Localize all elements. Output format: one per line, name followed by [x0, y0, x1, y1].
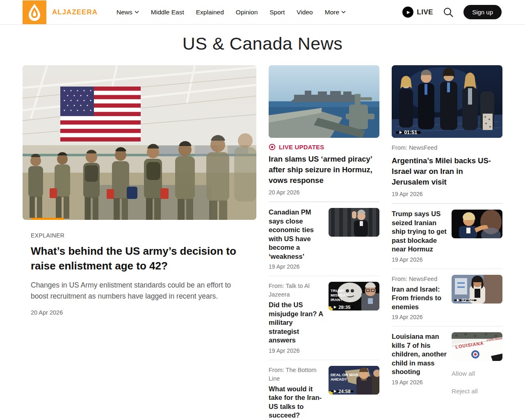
- lead-from-label: From: NewsFeed: [392, 144, 502, 152]
- live-updates-image[interactable]: [269, 65, 379, 138]
- news-item-canadian-pm: Canadian PM says close economic ties wit…: [269, 202, 379, 276]
- item-date: 19 Apr 2026: [392, 314, 447, 320]
- live-updates-badge: LIVE UPDATES: [269, 144, 379, 151]
- milei-title[interactable]: Argentina’s Milei backs US-Israel war on…: [392, 155, 502, 187]
- video-duration-badge: ▶01:51: [396, 131, 421, 134]
- news-item-louisiana: Louisiana man kills 7 of his children, a…: [392, 326, 502, 401]
- featured-kicker: EXPLAINER: [31, 232, 248, 239]
- item-title[interactable]: Did the US misjudge Iran? A military str…: [269, 301, 324, 345]
- chevron-down-icon: [135, 11, 139, 14]
- signup-button[interactable]: Sign up: [463, 5, 502, 19]
- live-updates-article: LIVE UPDATES Iran slams US ‘armed piracy…: [269, 65, 379, 202]
- item-title[interactable]: Iran and Israel: From friends to enemies: [392, 285, 447, 312]
- cookie-consent-links: Allow all Reject all: [452, 370, 502, 395]
- featured-date: 20 Apr 2026: [31, 309, 248, 316]
- live-updates-title[interactable]: Iran slams US ‘armed piracy’ after ship …: [269, 154, 379, 186]
- featured-excerpt: Changes in US Army enlistment standards …: [31, 280, 244, 302]
- featured-article-image[interactable]: [23, 65, 256, 220]
- item-date: 19 Apr 2026: [269, 347, 324, 354]
- milei-video-image[interactable]: ▶01:51: [392, 65, 502, 138]
- featured-title[interactable]: What’s behind the US army’s decision to …: [31, 244, 248, 273]
- aljazeera-logo[interactable]: ALJAZEERA: [23, 0, 98, 24]
- reject-all-link[interactable]: Reject all: [452, 388, 502, 395]
- search-button[interactable]: [441, 7, 455, 18]
- item-video-thumbnail[interactable]: TRUMP MISREAD IRAN? ▶28:35: [329, 282, 379, 310]
- aljazeera-us-canada-page: ALJAZEERA News Middle East Explained Opi…: [0, 0, 525, 420]
- item-date: 19 Apr 2026: [392, 379, 447, 386]
- item-video-thumbnail[interactable]: DEAL OR WAR AHEAD? ▶24:58: [329, 366, 379, 395]
- allow-all-link[interactable]: Allow all: [452, 370, 502, 377]
- news-item-trump-ship: Trump says US seized Iranian ship trying…: [392, 203, 502, 269]
- brand-wordmark: ALJAZEERA: [52, 8, 98, 16]
- video-duration-badge: ▶24:58: [331, 390, 354, 392]
- item-date: 19 Apr 2026: [392, 256, 447, 263]
- video-duration-badge: ▶28:35: [331, 306, 354, 308]
- live-label: LIVE: [417, 8, 433, 16]
- item-thumbnail[interactable]: [452, 210, 502, 238]
- item-from-label: From: NewsFeed: [392, 275, 447, 283]
- articles-grid: EXPLAINER What’s behind the US army’s de…: [23, 65, 502, 420]
- item-from-label: From: The Bottom Line: [269, 366, 324, 383]
- milei-article: ▶01:51 From: NewsFeed Argentina’s Milei …: [392, 65, 502, 203]
- column-middle: LIVE UPDATES Iran slams US ‘armed piracy…: [269, 65, 379, 420]
- live-button[interactable]: ▶ LIVE: [402, 7, 433, 18]
- news-item-bottom-line: From: The Bottom Line What would it take…: [269, 360, 379, 420]
- item-title[interactable]: Canadian PM says close economic ties wit…: [269, 208, 324, 261]
- thumb-overlay-text: TRUMP MISREAD IRAN?: [331, 288, 359, 302]
- item-title[interactable]: Trump says US seized Iranian ship trying…: [392, 210, 447, 254]
- search-icon: [443, 7, 454, 18]
- item-video-thumbnail[interactable]: ▶02:50: [452, 275, 502, 304]
- live-bullseye-icon: [269, 144, 276, 151]
- main-nav: News Middle East Explained Opinion Sport…: [116, 9, 346, 16]
- news-item-talk-to-aj: From: Talk to Al Jazeera Did the US misj…: [269, 276, 379, 360]
- featured-article: EXPLAINER What’s behind the US army’s de…: [23, 65, 256, 316]
- item-thumbnail[interactable]: LOUISIANA STATE TROOPER: [452, 332, 502, 361]
- item-date: 19 Apr 2026: [269, 263, 324, 270]
- site-header: ALJAZEERA News Middle East Explained Opi…: [0, 0, 525, 25]
- item-from-label: From: Talk to Al Jazeera: [269, 282, 324, 299]
- news-item-iran-israel: From: NewsFeed Iran and Israel: From fri…: [392, 269, 502, 326]
- play-icon: ▶: [402, 7, 413, 18]
- nav-item-video[interactable]: Video: [297, 9, 313, 16]
- item-thumbnail[interactable]: [329, 208, 379, 237]
- aljazeera-flame-icon: [23, 0, 46, 24]
- live-updates-date: 20 Apr 2026: [269, 189, 379, 196]
- milei-date: 19 Apr 2026: [392, 191, 502, 197]
- item-title[interactable]: Louisiana man kills 7 of his children, a…: [392, 332, 447, 377]
- nav-item-opinion[interactable]: Opinion: [236, 9, 258, 16]
- page-title: US & Canada News: [0, 34, 525, 54]
- us-flag: [60, 87, 141, 142]
- nav-item-middle-east[interactable]: Middle East: [151, 9, 184, 16]
- thumb-overlay-text: DEAL OR WAR AHEAD?: [331, 372, 359, 381]
- nav-item-more[interactable]: More: [325, 9, 346, 16]
- accent-bar: [31, 218, 64, 220]
- nav-item-sport[interactable]: Sport: [269, 9, 285, 16]
- column-right: ▶01:51 From: NewsFeed Argentina’s Milei …: [392, 65, 502, 401]
- header-actions: ▶ LIVE Sign up: [402, 5, 502, 19]
- nav-item-news[interactable]: News: [116, 9, 139, 16]
- item-title[interactable]: What would it take for the Iran-US talks…: [269, 385, 324, 420]
- nav-item-explained[interactable]: Explained: [196, 9, 224, 16]
- chevron-down-icon: [341, 11, 346, 14]
- video-duration-badge: ▶02:50: [454, 299, 477, 301]
